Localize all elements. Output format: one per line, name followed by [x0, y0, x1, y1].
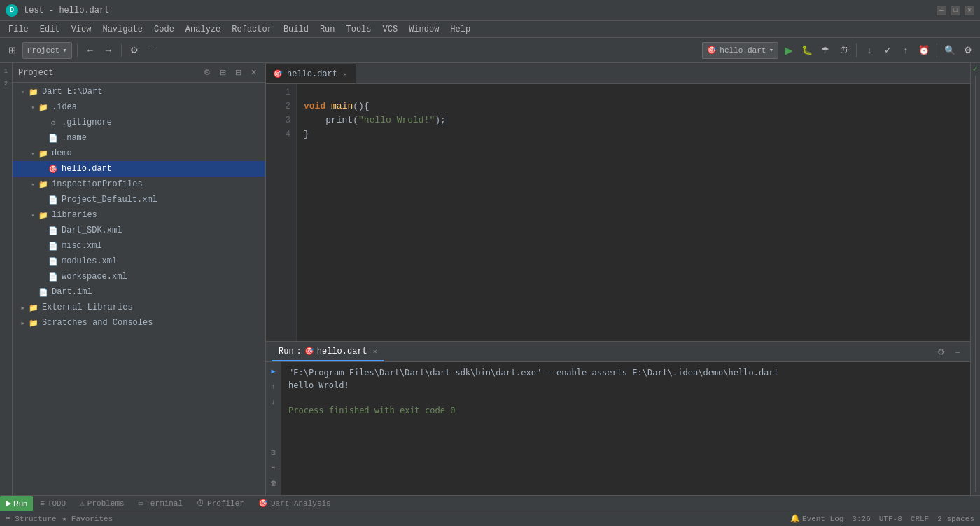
menu-refactor[interactable]: Refactor — [226, 22, 278, 37]
menu-tools[interactable]: Tools — [341, 22, 377, 37]
tree-item-project-default[interactable]: 📄 Project_Default.xml — [13, 192, 265, 207]
run-scroll-down-icon[interactable]: ↓ — [267, 396, 280, 408]
status-structure-icon[interactable]: ≡ Structure — [6, 515, 57, 523]
vcs-push-btn[interactable]: ↑ — [898, 43, 913, 58]
run-wrap-icon[interactable]: ⊡ — [267, 446, 280, 459]
menu-view[interactable]: View — [66, 22, 97, 37]
run-panel-close-btn[interactable]: − — [951, 345, 965, 359]
left-icon-1[interactable]: 1 — [1, 66, 12, 77]
editor-tab-hello[interactable]: 🎯 hello.dart ✕ — [266, 64, 356, 83]
close-button[interactable]: ✕ — [965, 6, 974, 15]
tree-item-name[interactable]: 📄 .name — [13, 130, 265, 146]
folder-icon-scratches: 📁 — [28, 317, 39, 328]
tree-label-gitignore: .gitignore — [62, 118, 112, 127]
run-config-selector[interactable]: 🎯 hello.dart ▾ — [702, 42, 778, 59]
status-position[interactable]: 3:26 — [852, 515, 870, 523]
tree-item-inspection-profiles[interactable]: ▾ 📁 inspectionProfiles — [13, 177, 265, 192]
toolbar-settings-btn[interactable]: ⚙ — [127, 43, 142, 58]
run-tab-label: Run — [279, 347, 294, 357]
tree-item-dart-root[interactable]: ▾ 📁 Dart E:\Dart — [13, 84, 265, 99]
maximize-button[interactable]: □ — [951, 6, 960, 15]
search-everywhere-btn[interactable]: 🔍 — [942, 43, 958, 58]
coverage-button[interactable]: ☂ — [818, 43, 833, 58]
tree-item-scratches[interactable]: ▶ 📁 Scratches and Consoles — [13, 315, 265, 331]
toolbar-back-btn[interactable]: ← — [83, 43, 98, 58]
toolbar-separator-4 — [937, 43, 937, 57]
code-line-1 — [304, 85, 970, 99]
xml-icon-dart-sdk: 📄 — [48, 225, 59, 236]
menu-build[interactable]: Build — [278, 22, 314, 37]
footer-tabs: ▶ Run ≡ TODO ⚠ Problems ▭ Terminal ⏱ Pro… — [0, 495, 980, 511]
tree-item-hello-dart[interactable]: 🎯 hello.dart — [13, 161, 265, 177]
panel-gear-btn[interactable]: ⚙ — [201, 67, 214, 79]
xml-icon-project-default: 📄 — [48, 194, 59, 205]
toolbar-project-view-btn[interactable]: ⊞ — [4, 43, 20, 58]
settings-btn[interactable]: ⚙ — [960, 43, 976, 58]
window-title: test - hello.dart — [24, 6, 109, 15]
run-scroll-up-icon[interactable]: ↑ — [267, 380, 280, 393]
run-tab-close-icon[interactable]: ✕ — [373, 347, 377, 356]
menu-window[interactable]: Window — [403, 22, 444, 37]
panel-close-btn[interactable]: ✕ — [247, 67, 260, 79]
run-tab[interactable]: Run: 🎯 hello.dart ✕ — [272, 343, 384, 361]
menu-navigate[interactable]: Navigate — [97, 22, 148, 37]
tree-item-dart-iml[interactable]: 📄 Dart.iml — [13, 284, 265, 300]
tree-item-misc[interactable]: 📄 misc.xml — [13, 238, 265, 254]
panel-expand-btn[interactable]: ⊞ — [216, 67, 229, 79]
profile-button[interactable]: ⏱ — [836, 43, 851, 58]
code-line-2: void main(){ — [304, 99, 970, 113]
tab-close-hello[interactable]: ✕ — [342, 69, 349, 79]
tree-item-gitignore[interactable]: ⚙ .gitignore — [13, 115, 265, 130]
menu-code[interactable]: Code — [148, 22, 180, 37]
vcs-update-btn[interactable]: ↓ — [862, 43, 877, 58]
tree-arrow-misc — [38, 241, 48, 251]
left-icon-2[interactable]: 2 — [1, 78, 12, 90]
status-crlf[interactable]: CRLF — [911, 515, 929, 523]
footer-tab-profiler[interactable]: ⏱ Profiler — [190, 496, 251, 511]
run-output-area[interactable]: "E:\Program Files\Dart\Dart\dart-sdk\bin… — [281, 362, 970, 495]
tree-item-demo[interactable]: ▾ 📁 demo — [13, 146, 265, 161]
vcs-history-btn[interactable]: ⏰ — [916, 43, 932, 58]
tree-arrow-external: ▶ — [18, 303, 28, 312]
tree-item-workspace[interactable]: 📄 workspace.xml — [13, 269, 265, 284]
status-encoding[interactable]: UTF-8 — [879, 515, 902, 523]
run-play-icon[interactable]: ▶ — [267, 365, 280, 378]
vcs-commit-btn[interactable]: ✓ — [880, 43, 895, 58]
menu-edit[interactable]: Edit — [34, 22, 66, 37]
code-editor[interactable]: 1 2 3 4 void main(){ print("hello Wrold!… — [266, 84, 970, 341]
project-selector[interactable]: Project ▾ — [22, 42, 72, 59]
status-favorites[interactable]: ★ Favorites — [62, 514, 113, 523]
tree-item-external-libs[interactable]: ▶ 📁 External Libraries — [13, 300, 265, 315]
run-trash-icon[interactable]: 🗑 — [267, 477, 280, 490]
menu-analyze[interactable]: Analyze — [180, 22, 226, 37]
tree-item-dart-sdk[interactable]: 📄 Dart_SDK.xml — [13, 223, 265, 238]
toolbar-minus-btn[interactable]: − — [145, 43, 160, 58]
run-button[interactable]: ▶ — [781, 43, 797, 58]
window-controls[interactable]: — □ ✕ — [937, 6, 974, 15]
footer-tab-problems[interactable]: ⚠ Problems — [73, 496, 131, 511]
project-panel-actions: ⚙ ⊞ ⊟ ✕ — [201, 67, 260, 79]
status-spaces[interactable]: 2 spaces — [937, 515, 974, 523]
run-panel-settings-btn[interactable]: ⚙ — [934, 345, 948, 359]
footer-tab-terminal[interactable]: ▭ Terminal — [132, 496, 190, 511]
tree-item-idea[interactable]: ▾ 📁 .idea — [13, 99, 265, 115]
code-content[interactable]: void main(){ print("hello Wrold!"); } — [297, 84, 970, 341]
toolbar-forward-btn[interactable]: → — [101, 43, 116, 58]
menu-file[interactable]: File — [3, 22, 34, 37]
menu-run[interactable]: Run — [314, 22, 341, 37]
menu-vcs[interactable]: VCS — [377, 22, 404, 37]
tree-item-modules[interactable]: 📄 modules.xml — [13, 254, 265, 269]
footer-tab-dart-analysis[interactable]: 🎯 Dart Analysis — [251, 496, 338, 511]
menu-help[interactable]: Help — [444, 22, 476, 37]
panel-collapse-btn[interactable]: ⊟ — [232, 67, 244, 79]
event-log-label[interactable]: 🔔 Event Log — [790, 514, 844, 523]
run-filter-icon[interactable]: ≡ — [267, 462, 280, 474]
run-footer-btn[interactable]: ▶ Run — [0, 496, 33, 511]
tree-label-dart-iml: Dart.iml — [52, 287, 92, 297]
footer-tab-todo[interactable]: ≡ TODO — [33, 496, 73, 511]
menu-bar: File Edit View Navigate Code Analyze Ref… — [0, 21, 980, 38]
tree-arrow-project-default — [38, 195, 48, 205]
tree-item-libraries[interactable]: ▾ 📁 libraries — [13, 207, 265, 223]
minimize-button[interactable]: — — [937, 6, 946, 15]
debug-button[interactable]: 🐛 — [799, 43, 815, 58]
